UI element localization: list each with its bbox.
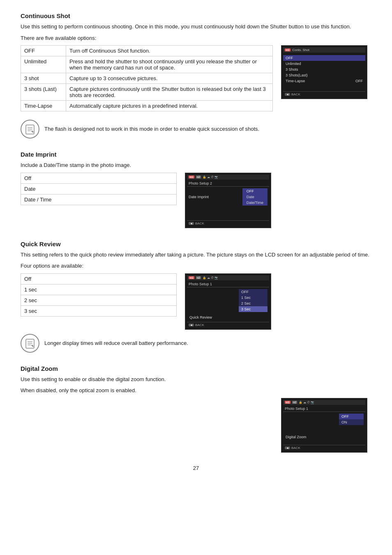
note-icon: [21, 120, 39, 139]
digital-zoom-description2: When disabled, only the optical zoom is …: [21, 386, 371, 395]
option-label: Date / Time: [21, 194, 177, 205]
continuous-shot-note-text: The flash is designed not to work in thi…: [44, 125, 259, 133]
table-row: 3 shot Capture up to 3 consecutive pictu…: [21, 73, 273, 84]
lcd-subitem-datetime: Date/Time: [244, 200, 266, 206]
quick-review-content: Off 1 sec 2 sec 3 sec o1: [21, 273, 371, 330]
lcd-icons-extra: 🔒 ☁ ⏱ 📷: [299, 401, 314, 404]
lcd-digital-zoom-label: Digital Zoom: [283, 434, 365, 440]
lcd-back-button: ◄: [285, 93, 290, 96]
lcd-icon-o1: o1: [285, 49, 291, 51]
continuous-shot-table: OFF Turn off Continuous Shot function. U…: [21, 45, 273, 111]
lcd-digital-zoom-submenu: OFF ON: [339, 414, 364, 425]
lcd-date-imprint-label: Date Imprint: [189, 195, 209, 199]
continuous-shot-note: The flash is designed not to work in thi…: [21, 120, 371, 139]
option-label: Unlimited: [21, 56, 66, 73]
lcd-back: ◄ BACK: [187, 220, 269, 226]
option-label: 3 shots (Last): [21, 84, 66, 101]
date-imprint-table-area: Off Date Date / Time: [21, 173, 177, 205]
date-imprint-title: Date Imprint: [21, 151, 371, 158]
table-row: 3 shots (Last) Capture pictures continuo…: [21, 84, 273, 101]
date-imprint-lcd-preview: o1 o2 🔒 ☁ ⏱ 📷 Photo Setup 2 Date Imprint…: [185, 173, 275, 228]
table-row: 3 sec: [21, 305, 177, 316]
lcd-screen: o1 Conts. Shot OFF Unlimited 3 Shots 3 S…: [281, 45, 367, 99]
lcd-header: o1 o2 🔒 ☁ ⏱ 📷: [187, 175, 269, 180]
lcd-subitem-1sec: 1 Sec: [239, 295, 267, 301]
lcd-item-3shots: 3 Shots: [283, 67, 365, 72]
lcd-icon-o1: o1: [285, 401, 291, 404]
table-row: 2 sec: [21, 295, 177, 305]
lcd-item-timelapse: Time-Lapse OFF: [283, 78, 365, 84]
quick-review-title: Quick Review: [21, 240, 371, 247]
option-label: 1 sec: [21, 284, 177, 295]
option-description: Automatically capture pictures in a pred…: [66, 101, 273, 111]
option-description: Capture up to 3 consecutive pictures.: [66, 73, 273, 84]
option-description: Press and hold the shutter to shoot cont…: [66, 56, 273, 73]
option-description: Capture pictures continuously until the …: [66, 84, 273, 101]
lcd-icon-o2: o2: [196, 276, 201, 279]
quick-review-note-text: Longer display times will reduce overall…: [44, 339, 188, 347]
lcd-date-imprint-submenu: OFF Date Date/Time: [242, 188, 267, 206]
digital-zoom-content: o1 o2 🔒 ☁ ⏱ 📷 Photo Setup 1 OFF ON Digit…: [21, 398, 371, 453]
lcd-timelapse-label: Time-Lapse: [286, 79, 305, 83]
quick-review-section: Quick Review This setting refers to the …: [21, 240, 371, 353]
lcd-digital-zoom-row: OFF ON: [283, 413, 365, 426]
lcd-menu-title-header: Conts. Shot: [292, 48, 309, 52]
quick-review-lcd-screen: o1 o2 🔒 ☁ ⏱ 📷 Photo Setup 1 OFF 1 Sec 2 …: [185, 273, 271, 330]
table-row: Time-Lapse Automatically capture picture…: [21, 101, 273, 111]
lcd-subitem-off: OFF: [244, 188, 266, 194]
lcd-subitem-off: OFF: [239, 289, 267, 295]
lcd-icons-extra: 🔒 ☁ ⏱ 📷: [203, 276, 218, 280]
lcd-back-button: ◄: [189, 324, 194, 326]
lcd-icon-o1: o1: [189, 176, 194, 178]
table-row: Off: [21, 173, 177, 183]
option-label: 3 shot: [21, 73, 66, 84]
lcd-header: o1 Conts. Shot: [283, 47, 365, 53]
lcd-back-label: BACK: [195, 323, 204, 327]
continuous-shot-title: Continuous Shot: [21, 12, 371, 19]
option-label: Off: [21, 273, 177, 284]
table-row: Date: [21, 183, 177, 194]
lcd-subitem-off: OFF: [339, 414, 364, 419]
note-svg-icon: [24, 123, 36, 135]
date-imprint-description: Include a Date/Time stamp in the photo i…: [21, 161, 371, 169]
continuous-shot-options-intro: There are five available options:: [21, 34, 371, 42]
lcd-item-off: OFF: [283, 55, 365, 61]
lcd-quick-review-row: OFF 1 Sec 2 Sec 3 Sec: [187, 288, 269, 313]
lcd-date-imprint-row: Date Imprint OFF Date Date/Time: [187, 187, 269, 206]
lcd-menu-title: Photo Setup 1: [283, 406, 365, 412]
note-icon: [21, 334, 39, 353]
lcd-quick-review-label: Quick Review: [187, 314, 269, 320]
option-label: 3 sec: [21, 305, 177, 316]
lcd-back-button: ◄: [189, 222, 194, 225]
option-label: OFF: [21, 46, 66, 56]
date-imprint-content: Off Date Date / Time o1 o2 🔒 ☁ ⏱ 📷: [21, 173, 371, 228]
continuous-shot-lcd-preview: o1 Conts. Shot OFF Unlimited 3 Shots 3 S…: [281, 45, 371, 99]
table-row: Unlimited Press and hold the shutter to …: [21, 56, 273, 73]
digital-zoom-section: Digital Zoom Use this setting to enable …: [21, 365, 371, 453]
date-imprint-section: Date Imprint Include a Date/Time stamp i…: [21, 151, 371, 228]
lcd-subitem-date: Date: [244, 194, 266, 200]
option-label: Time-Lapse: [21, 101, 66, 111]
lcd-menu-title: Photo Setup 2: [187, 180, 269, 187]
digital-zoom-title: Digital Zoom: [21, 365, 371, 372]
lcd-item-3shotslast: 3 Shots(Last): [283, 72, 365, 78]
digital-zoom-lcd-preview: o1 o2 🔒 ☁ ⏱ 📷 Photo Setup 1 OFF ON Digit…: [281, 398, 371, 453]
quick-review-table: Off 1 sec 2 sec 3 sec: [21, 273, 177, 317]
lcd-back: ◄ BACK: [283, 91, 365, 97]
quick-review-table-area: Off 1 sec 2 sec 3 sec: [21, 273, 177, 317]
lcd-header: o1 o2 🔒 ☁ ⏱ 📷: [187, 275, 269, 280]
table-row: OFF Turn off Continuous Shot function.: [21, 46, 273, 56]
continuous-shot-table-area: OFF Turn off Continuous Shot function. U…: [21, 45, 273, 116]
option-label: 2 sec: [21, 295, 177, 305]
lcd-icon-o1: o1: [189, 276, 194, 279]
option-description: Turn off Continuous Shot function.: [66, 46, 273, 56]
lcd-subitem-on: ON: [339, 419, 364, 425]
continuous-shot-section: Continuous Shot Use this setting to perf…: [21, 12, 371, 139]
continuous-shot-description: Use this setting to perform continuous s…: [21, 23, 371, 31]
date-imprint-table: Off Date Date / Time: [21, 173, 177, 205]
lcd-header: o1 o2 🔒 ☁ ⏱ 📷: [283, 400, 365, 405]
lcd-subitem-2sec: 2 Sec: [239, 301, 267, 306]
lcd-icon-o2: o2: [196, 176, 201, 178]
lcd-back: ◄ BACK: [187, 322, 269, 328]
note-svg-icon: [24, 338, 36, 349]
